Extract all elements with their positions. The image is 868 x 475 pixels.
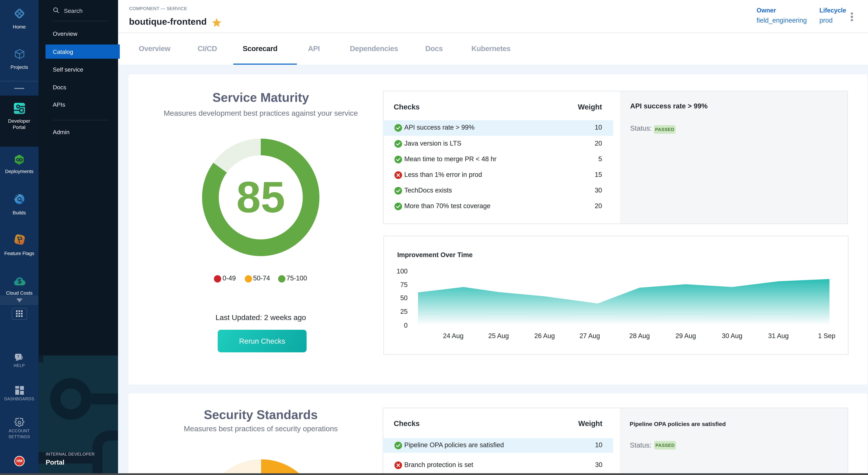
svg-text:?: ? — [17, 354, 20, 358]
svg-text:$: $ — [18, 277, 22, 285]
